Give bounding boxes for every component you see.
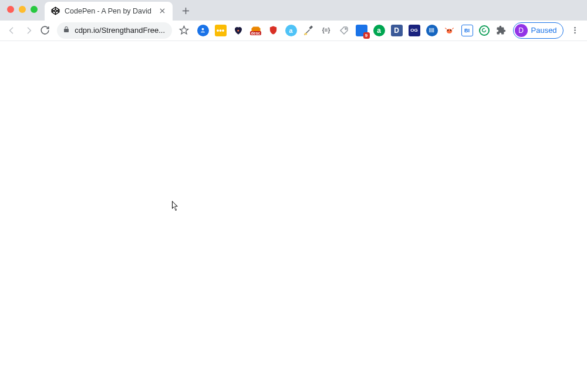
tab-close-button[interactable] (157, 6, 167, 16)
tab-strip: CodePen - A Pen by David (0, 0, 587, 21)
browser-toolbar: cdpn.io/StrengthandFree... ••• ● desc (0, 21, 587, 42)
window-controls (7, 6, 38, 13)
extension-5[interactable] (268, 25, 279, 36)
svg-point-15 (447, 29, 453, 33)
profile-button[interactable]: D Paused (513, 22, 564, 39)
svg-point-10 (345, 28, 346, 29)
extensions-menu-button[interactable] (495, 25, 507, 36)
url-text: cdpn.io/StrengthandFree... (75, 26, 166, 35)
svg-rect-9 (304, 33, 307, 35)
profile-avatar: D (515, 24, 528, 37)
browser-chrome: CodePen - A Pen by David (0, 0, 587, 41)
extension-9[interactable] (338, 25, 350, 36)
svg-point-17 (450, 30, 451, 31)
window-close-button[interactable] (7, 6, 14, 13)
svg-marker-7 (180, 26, 188, 34)
extension-badge: 9 (363, 32, 370, 39)
extension-10[interactable]: 9 (356, 25, 367, 36)
extension-4[interactable]: desc (250, 25, 262, 36)
page-content (0, 41, 587, 392)
extension-1[interactable] (197, 25, 209, 36)
svg-point-18 (575, 27, 576, 29)
extension-17[interactable] (479, 25, 490, 36)
browser-menu-button[interactable] (568, 22, 582, 39)
bookmark-button[interactable] (177, 22, 191, 39)
forward-button[interactable] (21, 22, 35, 39)
svg-point-20 (575, 32, 576, 34)
lock-icon (63, 26, 70, 35)
extension-13[interactable]: OG (409, 25, 420, 36)
extension-6[interactable]: a (285, 25, 297, 36)
browser-tab[interactable]: CodePen - A Pen by David (45, 2, 173, 21)
extensions-area: ••• ● desc a {=} 9 a (197, 25, 507, 36)
new-tab-button[interactable] (177, 3, 194, 19)
svg-point-8 (202, 28, 204, 31)
extension-11[interactable]: a (373, 25, 385, 36)
extension-2[interactable]: ••• (215, 25, 227, 36)
extension-16[interactable]: BI (461, 25, 473, 36)
extension-3[interactable]: ● (232, 25, 244, 36)
cursor-icon (172, 201, 179, 211)
extension-7[interactable] (303, 25, 315, 36)
profile-status-label: Paused (531, 26, 557, 35)
address-bar[interactable]: cdpn.io/StrengthandFree... (57, 22, 172, 39)
tab-title: CodePen - A Pen by David (65, 7, 153, 15)
svg-point-16 (447, 30, 448, 31)
window-minimize-button[interactable] (19, 6, 26, 13)
back-button[interactable] (5, 22, 19, 39)
extension-15[interactable] (444, 25, 456, 36)
extension-14[interactable] (426, 25, 438, 36)
extension-12[interactable]: D (391, 25, 403, 36)
window-maximize-button[interactable] (31, 6, 38, 13)
svg-point-19 (575, 30, 576, 32)
extension-8[interactable]: {=} (321, 25, 332, 36)
reload-button[interactable] (38, 22, 52, 39)
codepen-icon (50, 6, 60, 16)
